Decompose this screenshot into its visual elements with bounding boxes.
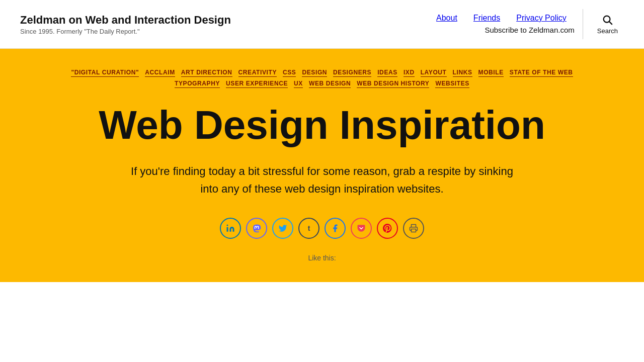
share-print[interactable] [403,218,424,239]
mastodon-icon [252,224,261,233]
tag-links[interactable]: LINKS [453,69,472,77]
nav-link-privacy[interactable]: Privacy Policy [516,14,567,22]
tag-digital-curation[interactable]: "DIGITAL CURATION" [71,69,139,77]
share-linkedin[interactable] [220,218,241,239]
tag-design[interactable]: DESIGN [302,69,327,77]
tag-websites[interactable]: WEBSITES [435,80,469,88]
tumblr-icon: t [308,224,310,232]
facebook-icon [331,224,340,233]
pinterest-icon [383,224,392,233]
tag-ixd[interactable]: IXD [404,69,415,77]
tag-cloud: "DIGITAL CURATION" ACCLAIM ART DIRECTION… [10,69,634,88]
nav-primary: About Friends Privacy Policy [428,14,575,23]
tag-designers[interactable]: DESIGNERS [333,69,371,77]
svg-rect-4 [412,229,416,232]
tag-user-experience[interactable]: USER EXPERIENCE [226,80,288,88]
share-pinterest[interactable] [377,218,398,239]
share-tumblr[interactable]: t [298,218,319,239]
tag-mobile[interactable]: MOBILE [478,69,504,77]
tag-layout[interactable]: LAYOUT [421,69,447,77]
tag-acclaim[interactable]: ACCLAIM [145,69,175,77]
nav-item-friends[interactable]: Friends [465,14,508,23]
tag-state-of-the-web[interactable]: STATE OF THE WEB [510,69,573,77]
tag-creativity[interactable]: CREATIVITY [238,69,277,77]
post-excerpt: If you're finding today a bit stressful … [126,162,518,198]
nav-link-about[interactable]: About [436,14,457,22]
share-facebook[interactable] [325,218,346,239]
tag-typography[interactable]: TYPOGRAPHY [175,80,220,88]
search-icon [602,14,613,25]
post-title: Web Design Inspiration [10,103,634,147]
tag-css[interactable]: CSS [283,69,296,77]
print-icon [409,224,418,233]
nav-link-friends[interactable]: Friends [473,14,500,22]
nav-item-about[interactable]: About [428,14,465,23]
search-button[interactable]: Search [591,10,624,39]
svg-line-1 [610,22,612,24]
social-share: t [10,218,634,239]
pocket-icon [357,224,366,233]
main-content: "DIGITAL CURATION" ACCLAIM ART DIRECTION… [0,49,644,282]
linkedin-icon [226,224,235,233]
search-label: Search [597,27,618,35]
share-pocket[interactable] [351,218,372,239]
tag-web-design[interactable]: WEB DESIGN [309,80,351,88]
site-branding: Zeldman on Web and Interaction Design Si… [20,14,231,35]
nav-divider [583,9,583,39]
share-mastodon[interactable] [246,218,267,239]
tag-web-design-history[interactable]: WEB DESIGN HISTORY [357,80,429,88]
svg-rect-2 [227,227,228,232]
twitter-icon [278,224,287,233]
site-nav: About Friends Privacy Policy Subscribe t… [428,9,624,39]
like-label: Like this: [308,254,336,262]
like-section: Like this: [10,254,634,267]
tag-ux[interactable]: UX [294,80,303,88]
tag-art-direction[interactable]: ART DIRECTION [181,69,232,77]
site-tagline: Since 1995. Formerly "The Daily Report." [20,28,231,35]
nav-item-privacy[interactable]: Privacy Policy [508,14,575,23]
site-title[interactable]: Zeldman on Web and Interaction Design [20,14,231,27]
nav-subscribe[interactable]: Subscribe to Zeldman.com [485,26,574,35]
nav-primary-secondary: About Friends Privacy Policy Subscribe t… [428,14,575,35]
site-header: Zeldman on Web and Interaction Design Si… [0,0,644,49]
nav-link-subscribe[interactable]: Subscribe to Zeldman.com [485,26,574,34]
site-title-link[interactable]: Zeldman on Web and Interaction Design [20,14,231,26]
tag-ideas[interactable]: IDEAS [377,69,397,77]
share-twitter[interactable] [272,218,293,239]
svg-point-3 [227,225,228,226]
